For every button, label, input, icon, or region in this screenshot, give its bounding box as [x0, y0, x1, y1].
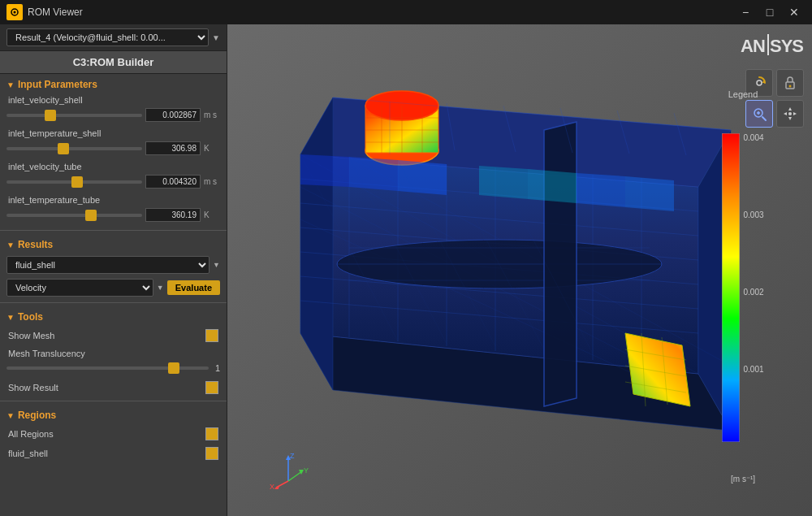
- svg-marker-60: [398, 160, 447, 195]
- show-mesh-toggle[interactable]: [205, 329, 218, 342]
- domain-select-row: fluid_shell fluid_tube solid ▼: [0, 254, 227, 276]
- svg-marker-62: [625, 176, 674, 211]
- legend-title: Legend: [728, 89, 758, 99]
- inlet-velocity-tube-value[interactable]: [145, 175, 201, 189]
- svg-line-85: [288, 471, 302, 481]
- dropdown-arrow-icon: ▼: [212, 33, 220, 42]
- show-result-label: Show Result: [8, 383, 58, 392]
- mesh-translucency-row: Mesh Translucency: [0, 345, 227, 362]
- divider-regions: [0, 401, 227, 401]
- fluid-shell-region-label: fluid_shell: [8, 449, 48, 458]
- results-label: Results: [18, 239, 53, 250]
- divider-results: [0, 230, 227, 231]
- viewport[interactable]: AN SYS: [227, 24, 812, 516]
- coordinate-axes: Z Y X: [268, 449, 309, 492]
- svg-line-88: [276, 481, 288, 488]
- svg-text:SYS: SYS: [770, 36, 803, 56]
- variable-dropdown-icon: ▼: [157, 284, 164, 292]
- minimize-button[interactable]: −: [734, 3, 757, 21]
- slider-thumb-inlet-velocity-shell[interactable]: [45, 110, 56, 121]
- svg-marker-80: [793, 112, 797, 115]
- domain-select[interactable]: fluid_shell fluid_tube solid: [6, 256, 209, 274]
- collapse-arrow-tools-icon: ▼: [6, 313, 15, 322]
- translucency-slider-track[interactable]: [6, 366, 209, 370]
- pan-icon[interactable]: [776, 100, 804, 128]
- ansys-logo: AN SYS: [739, 33, 804, 62]
- section-regions[interactable]: ▼ Regions: [0, 405, 227, 424]
- tools-label: Tools: [18, 311, 43, 323]
- inlet-temp-tube-value[interactable]: [145, 208, 201, 222]
- window-controls: − □ ✕: [734, 3, 806, 21]
- svg-marker-78: [788, 117, 792, 120]
- slider-row-inlet-temp-shell: K: [0, 140, 227, 160]
- show-result-toggle[interactable]: [205, 381, 218, 394]
- mesh-translucency-label: Mesh Translucency: [8, 349, 85, 358]
- svg-point-70: [757, 80, 762, 85]
- svg-point-72: [789, 85, 792, 88]
- all-regions-label: All Regions: [8, 429, 54, 439]
- slider-track-inlet-temp-shell[interactable]: [6, 147, 142, 150]
- slider-track-inlet-temp-tube[interactable]: [6, 214, 142, 217]
- dropdown-bar: Result_4 (Velocity@fluid_shell: 0.00... …: [0, 24, 227, 51]
- slider-row-inlet-temp-tube: K: [0, 206, 227, 227]
- legend-val-4: 0.004: [743, 133, 763, 142]
- slider-thumb-inlet-temp-tube[interactable]: [85, 210, 97, 221]
- slider-row-inlet-velocity-tube: m s: [0, 173, 227, 193]
- param-label-inlet-velocity-shell: inlet_velocity_shell: [0, 93, 227, 106]
- inlet-velocity-shell-value[interactable]: [145, 108, 201, 122]
- param-label-inlet-temp-tube: inlet_temperature_tube: [0, 193, 227, 206]
- translucency-slider-thumb[interactable]: [168, 362, 179, 374]
- show-result-row: Show Result: [0, 378, 227, 397]
- all-regions-toggle[interactable]: [205, 427, 218, 440]
- inlet-velocity-shell-unit: m s: [204, 111, 220, 119]
- svg-marker-61: [577, 173, 625, 207]
- svg-marker-59: [349, 157, 398, 191]
- legend-unit: [m s⁻¹]: [731, 475, 755, 483]
- svg-text:AN: AN: [741, 36, 765, 56]
- svg-text:X: X: [270, 483, 274, 489]
- slider-thumb-inlet-temp-shell[interactable]: [58, 143, 69, 154]
- show-mesh-label: Show Mesh: [8, 331, 54, 340]
- translucency-slider-row: 1: [0, 362, 227, 378]
- fluid-shell-region-toggle[interactable]: [205, 447, 218, 460]
- all-regions-row: All Regions: [0, 424, 227, 444]
- slider-track-inlet-velocity-tube[interactable]: [6, 180, 142, 184]
- color-legend: Legend: [723, 89, 763, 483]
- svg-point-2: [14, 11, 16, 14]
- inlet-velocity-tube-unit: m s: [204, 177, 220, 186]
- section-input-parameters[interactable]: ▼ Input Parameters: [0, 74, 227, 93]
- svg-marker-45: [544, 122, 577, 406]
- slider-row-inlet-velocity-shell: m s: [0, 106, 227, 127]
- evaluate-button[interactable]: Evaluate: [167, 280, 220, 295]
- variable-select[interactable]: Velocity Temperature Pressure: [6, 279, 153, 297]
- section-tools[interactable]: ▼ Tools: [0, 306, 227, 326]
- domain-dropdown-icon: ▼: [213, 261, 220, 269]
- svg-marker-58: [300, 154, 349, 187]
- inlet-temp-tube-unit: K: [204, 210, 220, 219]
- legend-val-2: 0.002: [743, 288, 763, 297]
- input-parameters-label: Input Parameters: [18, 79, 97, 90]
- close-button[interactable]: ✕: [783, 3, 806, 21]
- svg-text:Z: Z: [290, 452, 295, 460]
- result-dropdown[interactable]: Result_4 (Velocity@fluid_shell: 0.00...: [6, 28, 209, 46]
- svg-point-81: [788, 112, 792, 115]
- section-results[interactable]: ▼ Results: [0, 234, 227, 254]
- param-label-inlet-temp-shell: inlet_temperature_shell: [0, 127, 227, 140]
- legend-val-1: 0.001: [743, 365, 763, 374]
- panel-content[interactable]: ▼ Input Parameters inlet_velocity_shell …: [0, 74, 227, 516]
- svg-rect-91: [722, 133, 740, 442]
- panel-title: C3:ROM Builder: [0, 51, 227, 74]
- svg-marker-89: [274, 486, 279, 489]
- maximize-button[interactable]: □: [758, 3, 781, 21]
- svg-marker-64: [528, 169, 577, 203]
- variable-evaluate-row: Velocity Temperature Pressure ▼ Evaluate: [0, 276, 227, 299]
- left-panel: Result_4 (Velocity@fluid_shell: 0.00... …: [0, 24, 227, 516]
- save-lock-icon[interactable]: [776, 69, 804, 97]
- legend-val-3: 0.003: [743, 210, 763, 219]
- collapse-arrow-results-icon: ▼: [6, 241, 15, 249]
- inlet-temp-shell-unit: K: [204, 144, 220, 153]
- slider-thumb-inlet-velocity-tube[interactable]: [71, 176, 83, 188]
- svg-marker-63: [479, 166, 528, 199]
- inlet-temp-shell-value[interactable]: [145, 141, 201, 155]
- slider-track-inlet-velocity-shell[interactable]: [6, 114, 142, 117]
